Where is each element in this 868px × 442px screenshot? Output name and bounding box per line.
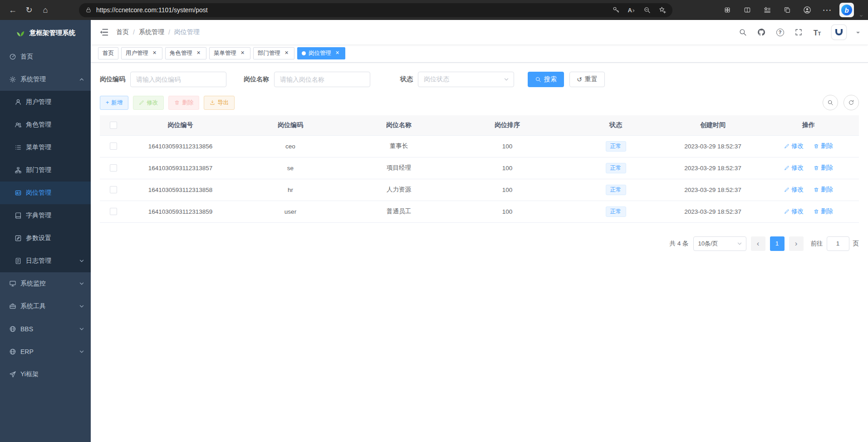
sidebar-item-label: ERP <box>20 348 34 355</box>
sidebar-item-dictionary-management[interactable]: 字典管理 <box>0 204 91 227</box>
table-row[interactable]: 1641030593112313857 se 项目经理 100 正常 2023-… <box>100 157 859 179</box>
row-edit-link[interactable]: 修改 <box>784 142 804 150</box>
reset-button[interactable]: ↺ 重置 <box>569 72 605 87</box>
tab-department-management[interactable]: 部门管理 × <box>253 47 294 59</box>
sidebar-item-bbs[interactable]: BBS <box>0 318 91 340</box>
profile-avatar-icon[interactable] <box>799 2 814 18</box>
zoom-out-icon[interactable] <box>643 6 651 14</box>
add-button[interactable]: + 新增 <box>100 96 128 110</box>
row-checkbox[interactable] <box>110 142 117 150</box>
split-screen-icon[interactable] <box>740 2 755 18</box>
list-icon <box>15 144 22 151</box>
tab-post-management[interactable]: 岗位管理 × <box>297 47 345 59</box>
browser-actions: ⋯ b <box>720 2 863 18</box>
toggle-search-button[interactable] <box>823 95 838 110</box>
next-page-button[interactable]: › <box>789 236 804 251</box>
browser-refresh-icon[interactable]: ↻ <box>21 2 37 18</box>
user-avatar[interactable] <box>831 25 847 40</box>
sidebar-item-log-management[interactable]: 日志管理 <box>0 250 91 272</box>
close-icon[interactable]: × <box>151 50 158 57</box>
select-all-checkbox[interactable] <box>110 122 117 129</box>
sidebar-item-department-management[interactable]: 部门管理 <box>0 159 91 182</box>
sidebar-item-parameter-settings[interactable]: 参数设置 <box>0 227 91 250</box>
sidebar-item-system-management[interactable]: 系统管理 <box>0 68 91 91</box>
close-icon[interactable]: × <box>195 50 202 57</box>
close-icon[interactable]: × <box>283 50 290 57</box>
post-code-input[interactable] <box>130 72 226 87</box>
sidebar-item-home[interactable]: 首页 <box>0 45 91 68</box>
pencil-icon <box>784 165 790 171</box>
status-select[interactable]: 岗位状态 <box>418 72 514 87</box>
globe-icon <box>9 325 16 333</box>
sidebar-fold-icon[interactable] <box>99 27 109 37</box>
close-icon[interactable]: × <box>239 50 246 57</box>
menu-search-icon[interactable] <box>738 28 747 37</box>
row-checkbox[interactable] <box>110 164 117 172</box>
sidebar-item-user-management[interactable]: 用户管理 <box>0 91 91 113</box>
column-header: 岗位编码 <box>234 115 347 135</box>
row-delete-link[interactable]: 删除 <box>814 142 833 150</box>
sidebar-item-yi-framework[interactable]: Yi框架 <box>0 363 91 386</box>
edit-button[interactable]: 修改 <box>133 96 164 110</box>
close-icon[interactable]: × <box>334 50 341 57</box>
browser-essentials-icon[interactable] <box>720 2 735 18</box>
row-edit-link[interactable]: 修改 <box>784 207 804 216</box>
fullscreen-icon[interactable] <box>794 28 803 37</box>
pagination: 共 4 条 10条/页 ‹ 1 › 前往 页 <box>100 236 859 251</box>
bing-sidebar-button[interactable]: b <box>839 3 854 17</box>
breadcrumb-system-management[interactable]: 系统管理 <box>139 28 164 36</box>
sidebar-item-system-monitor[interactable]: 系统监控 <box>0 272 91 295</box>
row-delete-link[interactable]: 删除 <box>814 164 833 172</box>
app-logo[interactable]: 意框架管理系统 <box>0 20 91 45</box>
address-bar[interactable]: https://ccnetcore.com:1101/system/post A <box>79 3 672 17</box>
breadcrumb-home[interactable]: 首页 <box>116 28 129 36</box>
export-button[interactable]: 导出 <box>204 96 235 110</box>
search-button[interactable]: 搜索 <box>528 72 564 87</box>
page-size-select[interactable]: 10条/页 <box>693 236 746 251</box>
post-name-input[interactable] <box>274 72 370 87</box>
sidebar-item-role-management[interactable]: 角色管理 <box>0 113 91 136</box>
refresh-icon <box>848 99 854 106</box>
row-edit-link[interactable]: 修改 <box>784 164 804 172</box>
sidebar-collapse-caret-icon[interactable] <box>859 14 863 18</box>
add-favorite-icon[interactable] <box>659 6 666 14</box>
sidebar-item-erp[interactable]: ERP <box>0 340 91 363</box>
collections-icon[interactable] <box>780 2 794 18</box>
prev-page-button[interactable]: ‹ <box>751 236 765 251</box>
sidebar-item-system-tools[interactable]: 系统工具 <box>0 295 91 318</box>
tab-user-management[interactable]: 用户管理 × <box>121 47 162 59</box>
row-delete-link[interactable]: 删除 <box>814 207 833 216</box>
tab-menu-management[interactable]: 菜单管理 × <box>209 47 250 59</box>
row-delete-link[interactable]: 删除 <box>814 186 833 194</box>
row-checkbox[interactable] <box>110 186 117 193</box>
read-aloud-icon[interactable]: A <box>628 7 635 14</box>
paper-plane-icon <box>9 371 16 378</box>
goto-page-input[interactable] <box>827 236 849 251</box>
help-icon[interactable]: ? <box>775 28 785 37</box>
row-checkbox[interactable] <box>110 208 117 215</box>
url-text[interactable]: https://ccnetcore.com:1101/system/post <box>96 6 208 14</box>
password-key-icon[interactable] <box>613 6 620 14</box>
tab-home[interactable]: 首页 <box>98 47 118 59</box>
table-row[interactable]: 1641030593112313856 ceo 董事长 100 正常 2023-… <box>100 135 859 157</box>
cell-post-code: se <box>234 157 347 179</box>
sidebar-item-menu-management[interactable]: 菜单管理 <box>0 136 91 159</box>
browser-more-icon[interactable]: ⋯ <box>819 2 834 18</box>
toolbox-icon <box>9 303 16 310</box>
sidebar-item-label: 岗位管理 <box>26 189 51 197</box>
refresh-table-button[interactable] <box>843 95 859 110</box>
delete-button[interactable]: 删除 <box>168 96 199 110</box>
table-row[interactable]: 1641030593112313859 user 普通员工 100 正常 202… <box>100 201 859 222</box>
tab-label: 部门管理 <box>258 49 280 57</box>
favorites-icon[interactable] <box>760 2 775 18</box>
tab-role-management[interactable]: 角色管理 × <box>165 47 206 59</box>
page-number-button[interactable]: 1 <box>770 236 785 251</box>
sidebar-item-post-management[interactable]: 岗位管理 <box>0 182 91 204</box>
browser-back-icon[interactable]: ← <box>5 2 21 18</box>
table-row[interactable]: 1641030593112313858 hr 人力资源 100 正常 2023-… <box>100 179 859 201</box>
user-menu-caret-icon[interactable] <box>856 32 860 35</box>
browser-home-icon[interactable]: ⌂ <box>37 2 54 18</box>
font-size-icon[interactable]: TT <box>813 28 822 37</box>
github-icon[interactable] <box>757 28 766 37</box>
row-edit-link[interactable]: 修改 <box>784 186 804 194</box>
